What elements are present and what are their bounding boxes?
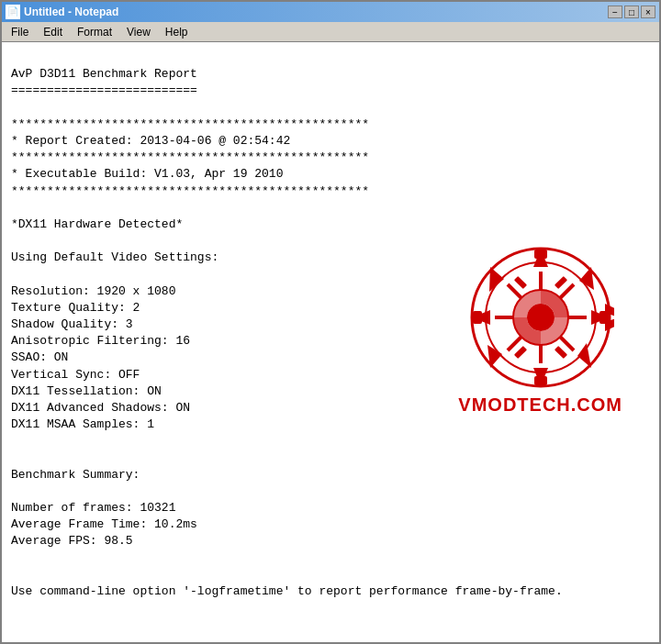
- svg-rect-28: [514, 346, 527, 359]
- svg-rect-26: [514, 276, 527, 289]
- close-button[interactable]: ×: [641, 6, 655, 18]
- title-controls: − □ ×: [608, 6, 655, 18]
- menu-help[interactable]: Help: [158, 24, 196, 40]
- svg-marker-7: [577, 343, 591, 368]
- maximize-button[interactable]: □: [624, 6, 639, 18]
- svg-rect-29: [555, 346, 567, 359]
- text-area[interactable]: AvP D3D11 Benchmark Report =============…: [2, 42, 659, 642]
- svg-line-18: [508, 284, 521, 298]
- svg-rect-27: [555, 276, 567, 289]
- menu-view[interactable]: View: [119, 24, 158, 40]
- main-window: 📄 Untitled - Notepad − □ × File Edit For…: [0, 0, 661, 644]
- logo-text: VMODTECH.COM: [458, 394, 622, 416]
- menu-edit[interactable]: Edit: [36, 24, 70, 40]
- svg-rect-21: [534, 376, 547, 385]
- title-bar: 📄 Untitled - Notepad − □ ×: [2, 2, 659, 22]
- menu-bar: File Edit Format View Help: [2, 22, 659, 42]
- vmodtech-logo: [467, 244, 614, 391]
- svg-line-19: [560, 337, 574, 350]
- svg-rect-22: [473, 311, 482, 324]
- menu-file[interactable]: File: [4, 24, 36, 40]
- svg-line-16: [560, 284, 574, 298]
- svg-rect-20: [534, 250, 547, 259]
- window-title: Untitled - Notepad: [24, 6, 608, 18]
- svg-marker-11: [489, 267, 504, 292]
- svg-line-17: [508, 337, 521, 350]
- svg-point-3: [527, 304, 555, 331]
- menu-format[interactable]: Format: [70, 24, 119, 40]
- minimize-button[interactable]: −: [608, 6, 622, 18]
- logo-container: VMODTECH.COM: [458, 244, 622, 416]
- app-icon: 📄: [6, 5, 20, 19]
